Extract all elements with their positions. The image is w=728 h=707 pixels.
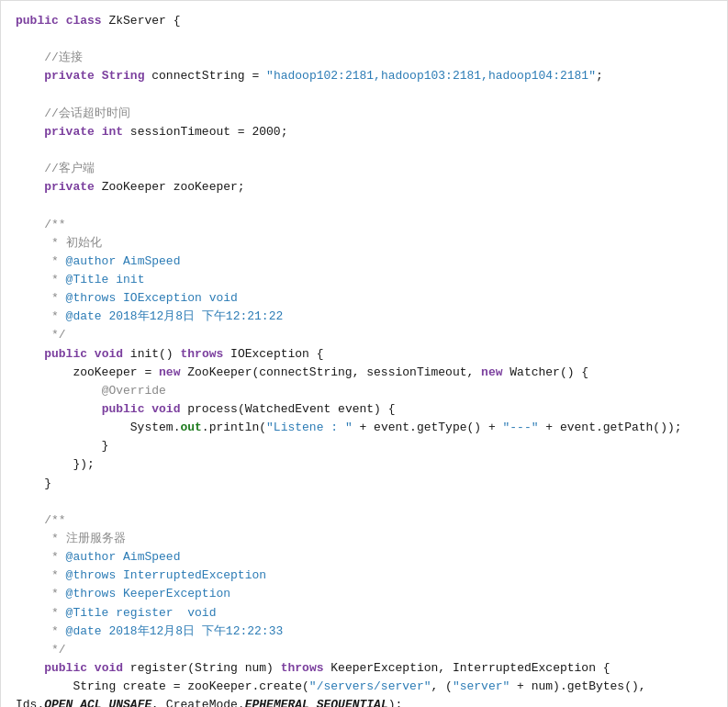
code-container: public class ZkServer { //连接 private Str… (0, 0, 728, 707)
code-block: public class ZkServer { //连接 private Str… (16, 12, 712, 707)
